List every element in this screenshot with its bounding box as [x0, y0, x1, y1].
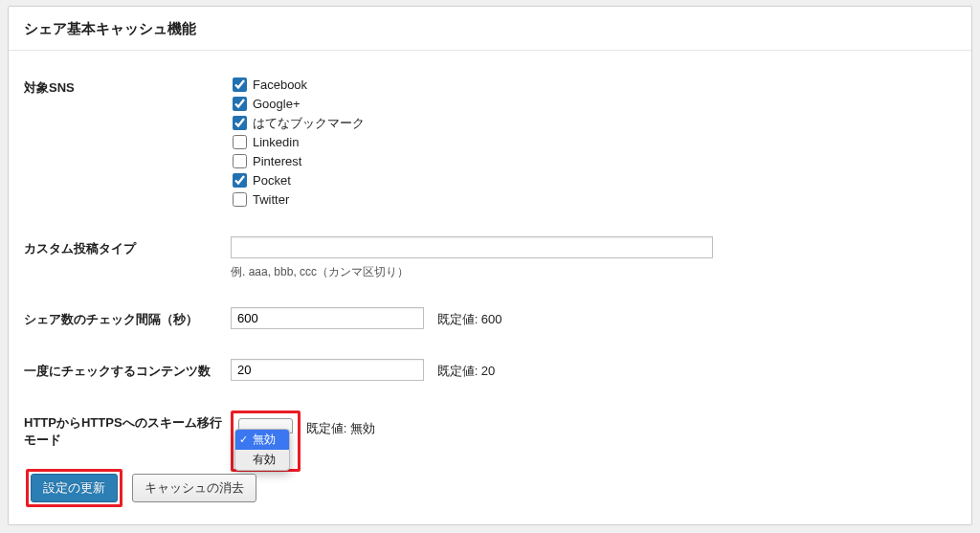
scheme-mode-default: 既定値: 無効: [306, 420, 375, 437]
clear-cache-button[interactable]: キャッシュの消去: [132, 474, 256, 502]
check-interval-input[interactable]: [231, 307, 424, 329]
sns-option[interactable]: Pocket: [231, 171, 960, 190]
update-button-highlight: 設定の更新: [26, 469, 122, 507]
sns-option[interactable]: Pinterest: [231, 152, 960, 171]
sns-option-label: Pocket: [253, 173, 291, 188]
sns-checkbox[interactable]: [233, 154, 247, 168]
sns-option-label: Pinterest: [253, 154, 301, 168]
sns-option-label: Facebook: [253, 78, 307, 92]
form-body: 対象SNS FacebookGoogle+はてなブックマークLinkedinPi…: [9, 51, 971, 485]
scheme-mode-option-label: 有効: [253, 453, 276, 466]
sns-checkbox[interactable]: [233, 78, 247, 92]
sns-checkbox[interactable]: [233, 97, 247, 111]
sns-option-label: Twitter: [253, 192, 289, 207]
custom-post-type-input[interactable]: [231, 236, 713, 258]
checkmark-icon: ✓: [239, 433, 248, 447]
sns-checkbox[interactable]: [233, 192, 247, 207]
sns-option[interactable]: Linkedin: [231, 133, 960, 152]
sns-checkbox-list: FacebookGoogle+はてなブックマークLinkedinPinteres…: [231, 76, 960, 210]
sns-option[interactable]: Twitter: [231, 190, 960, 210]
sns-option[interactable]: はてなブックマーク: [231, 114, 960, 133]
sns-option[interactable]: Facebook: [231, 76, 960, 95]
panel-title: シェア基本キャッシュ機能: [24, 20, 956, 38]
scheme-mode-option-label: 無効: [253, 433, 276, 446]
batch-count-label: 一度にチェックするコンテンツ数: [24, 345, 231, 397]
sns-checkbox[interactable]: [233, 135, 247, 149]
settings-panel: シェア基本キャッシュ機能 対象SNS FacebookGoogle+はてなブック…: [8, 6, 972, 525]
update-settings-button[interactable]: 設定の更新: [31, 474, 118, 502]
form-table: 対象SNS FacebookGoogle+はてなブックマークLinkedinPi…: [24, 62, 966, 485]
sns-option[interactable]: Google+: [231, 95, 960, 114]
sns-option-label: Google+: [253, 97, 301, 111]
batch-count-input[interactable]: [231, 359, 424, 381]
sns-checkbox[interactable]: [233, 173, 247, 188]
sns-option-label: Linkedin: [253, 135, 299, 149]
custom-post-type-help: 例. aaa, bbb, ccc（カンマ区切り）: [231, 264, 960, 280]
target-sns-label: 対象SNS: [24, 62, 231, 223]
sns-checkbox[interactable]: [233, 116, 247, 130]
check-interval-default: 既定値: 600: [437, 312, 502, 326]
sns-option-label: はてなブックマーク: [253, 116, 365, 130]
check-interval-label: シェア数のチェック間隔（秒）: [24, 294, 231, 345]
scheme-mode-option-list: ✓無効有効: [234, 429, 290, 471]
scheme-mode-select[interactable]: ✓無効有効: [231, 411, 301, 472]
batch-count-default: 既定値: 20: [437, 364, 496, 378]
button-row: 設定の更新 キャッシュの消去: [26, 469, 256, 507]
custom-post-type-label: カスタム投稿タイプ: [24, 223, 231, 294]
panel-header: シェア基本キャッシュ機能: [9, 7, 971, 51]
scheme-mode-option[interactable]: ✓無効: [235, 430, 289, 450]
scheme-mode-option[interactable]: 有効: [235, 450, 289, 470]
